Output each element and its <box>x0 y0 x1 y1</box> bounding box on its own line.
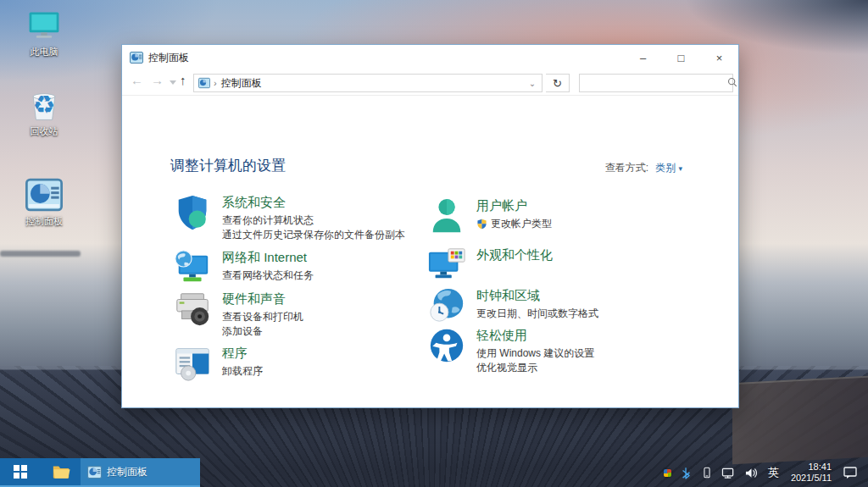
control-panel-home: 调整计算机的设置 查看方式:类别 ▾ 系统和安全 查看你的计算机状态 通过文件历… <box>122 97 738 407</box>
clock-globe-icon <box>427 286 466 325</box>
folder-icon <box>52 462 70 481</box>
ease-of-access-icon <box>427 326 466 365</box>
personalization-icon <box>427 246 466 285</box>
tray-date: 2021/5/11 <box>791 473 832 484</box>
category-user-accounts[interactable]: 用户帐户 更改帐户类型 <box>427 196 686 235</box>
category-appearance-and-personalization[interactable]: 外观和个性化 <box>427 246 686 285</box>
category-link[interactable]: 更改帐户类型 <box>476 217 552 231</box>
desktop-icon-label: 控制面板 <box>5 215 83 228</box>
category-system-and-security[interactable]: 系统和安全 查看你的计算机状态 通过文件历史记录保存你的文件备份副本 <box>173 193 431 242</box>
category-link[interactable]: 通过文件历史记录保存你的文件备份副本 <box>222 228 405 242</box>
printer-icon <box>173 290 212 329</box>
desktop-icon-recycle-bin[interactable]: ♻ 回收站 <box>5 86 83 138</box>
category-title[interactable]: 硬件和声音 <box>222 291 303 307</box>
category-title[interactable]: 程序 <box>222 345 263 361</box>
taskbar-task-control-panel[interactable]: 控制面板 <box>81 458 200 485</box>
category-title[interactable]: 时钟和区域 <box>476 287 598 303</box>
phone-link-icon[interactable] <box>697 458 717 487</box>
user-icon <box>427 196 466 235</box>
uac-shield-icon <box>476 219 487 230</box>
taskbar-left-section: 控制面板 <box>0 458 200 487</box>
category-title[interactable]: 网络和 Internet <box>222 249 314 265</box>
category-ease-of-access[interactable]: 轻松使用 使用 Windows 建议的设置 优化视觉显示 <box>427 326 686 375</box>
programs-icon <box>173 344 212 383</box>
volume-icon[interactable] <box>740 458 763 487</box>
address-control-panel-icon <box>198 77 210 89</box>
refresh-button[interactable]: ↻ <box>546 74 570 92</box>
desktop-icon-label: 回收站 <box>5 125 83 138</box>
system-tray: 英 18:41 2021/5/11 <box>659 458 868 487</box>
category-title[interactable]: 用户帐户 <box>476 197 552 213</box>
wallpaper-pier-crate <box>732 376 868 464</box>
category-programs[interactable]: 程序 卸载程序 <box>173 344 431 383</box>
desktop: 此电脑 ♻ 回收站 控制面板 控制面板 – □ × ← → <box>0 0 868 487</box>
maximize-button[interactable]: □ <box>662 45 700 70</box>
this-pc-icon <box>25 7 63 44</box>
category-link[interactable]: 查看你的计算机状态 <box>222 213 405 228</box>
network-icon[interactable] <box>717 458 740 487</box>
task-label: 控制面板 <box>107 465 147 479</box>
recycle-bin-icon: ♻ <box>25 86 63 124</box>
breadcrumb[interactable]: 控制面板 <box>221 76 523 91</box>
desktop-icon-control-panel[interactable]: 控制面板 <box>5 176 83 228</box>
desktop-icon-label: 此电脑 <box>5 46 83 58</box>
back-icon[interactable]: ← <box>131 73 143 87</box>
category-link[interactable]: 查看网络状态和任务 <box>222 268 314 283</box>
network-icon <box>173 248 212 287</box>
tray-time: 18:41 <box>791 462 832 473</box>
category-title[interactable]: 轻松使用 <box>476 327 594 343</box>
category-link[interactable]: 查看设备和打印机 <box>222 310 303 324</box>
forward-icon[interactable]: → <box>151 73 164 87</box>
breadcrumb-separator: › <box>214 78 217 88</box>
category-hardware-and-sound[interactable]: 硬件和声音 查看设备和打印机 添加设备 <box>173 290 431 339</box>
window-control-panel-icon <box>130 51 143 64</box>
category-link[interactable]: 卸载程序 <box>222 364 263 379</box>
minimize-button[interactable]: – <box>624 45 662 70</box>
up-icon[interactable]: ↑ <box>180 73 186 87</box>
search-input[interactable] <box>583 75 721 91</box>
page-title: 调整计算机的设置 <box>170 156 286 175</box>
recent-pages-chevron-icon[interactable] <box>170 80 176 85</box>
action-center-icon[interactable] <box>838 458 868 487</box>
view-by-label: 查看方式: <box>605 162 648 174</box>
hidden-icons-button[interactable] <box>659 458 676 487</box>
wallpaper-horizon-land <box>0 251 81 257</box>
control-panel-icon <box>87 465 102 479</box>
address-bar[interactable]: › 控制面板 ⌄ <box>193 74 542 92</box>
start-button[interactable] <box>0 458 41 485</box>
category-link[interactable]: 使用 Windows 建议的设置 <box>476 346 594 361</box>
shield-icon <box>173 193 212 232</box>
search-icon <box>727 75 737 91</box>
category-clock-and-region[interactable]: 时钟和区域 更改日期、时间或数字格式 <box>427 286 686 325</box>
clock[interactable]: 18:41 2021/5/11 <box>784 462 838 484</box>
file-explorer-button[interactable] <box>41 458 81 485</box>
taskbar: 控制面板 英 18:41 2021/5/11 <box>0 458 868 487</box>
window-title: 控制面板 <box>148 51 189 65</box>
navigation-toolbar: ← → ↑ › 控制面板 ⌄ ↻ <box>122 70 738 96</box>
search-box[interactable] <box>579 74 733 92</box>
close-button[interactable]: × <box>700 45 738 70</box>
category-title[interactable]: 系统和安全 <box>222 194 405 210</box>
bluetooth-icon[interactable] <box>676 458 697 487</box>
windows-logo-icon <box>14 465 27 479</box>
category-link-label: 更改帐户类型 <box>491 217 552 231</box>
control-panel-icon <box>25 176 63 213</box>
category-link[interactable]: 更改日期、时间或数字格式 <box>476 307 598 321</box>
view-by-caret-icon[interactable]: ▾ <box>678 164 682 173</box>
desktop-icon-this-pc[interactable]: 此电脑 <box>5 7 83 58</box>
view-by-control: 查看方式:类别 ▾ <box>605 161 682 175</box>
category-network-and-internet[interactable]: 网络和 Internet 查看网络状态和任务 <box>173 248 431 287</box>
recycle-symbol: ♻ <box>25 88 63 122</box>
caption-buttons: – □ × <box>624 45 738 70</box>
hidden-app-icon <box>664 469 671 477</box>
input-method-indicator[interactable]: 英 <box>763 458 784 487</box>
control-panel-window: 控制面板 – □ × ← → ↑ › 控制面板 ⌄ ↻ <box>121 44 739 408</box>
category-link[interactable]: 优化视觉显示 <box>476 361 594 375</box>
view-by-value[interactable]: 类别 <box>655 162 676 174</box>
category-link[interactable]: 添加设备 <box>222 324 303 339</box>
address-dropdown-chevron-icon[interactable]: ⌄ <box>523 79 542 88</box>
category-title[interactable]: 外观和个性化 <box>476 246 553 263</box>
